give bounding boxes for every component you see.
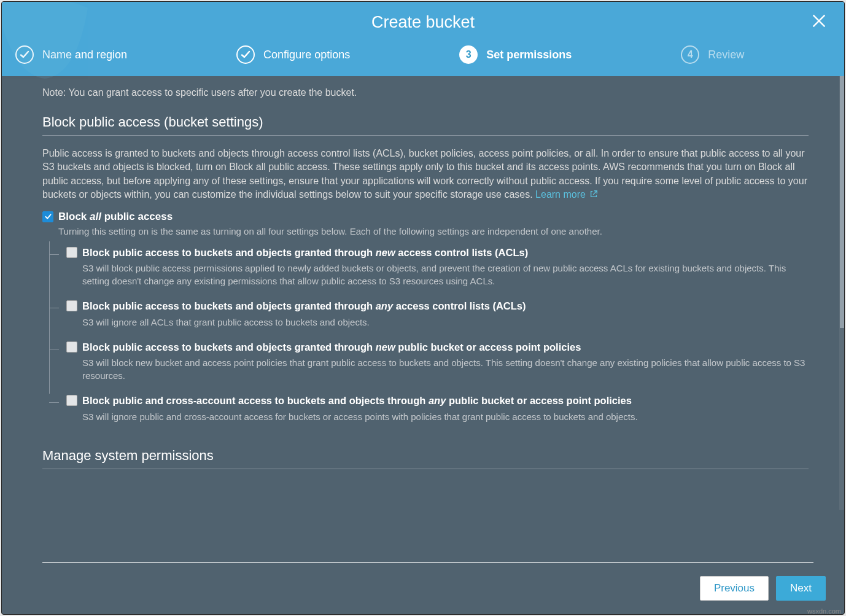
step-number-icon: 4 bbox=[681, 45, 699, 64]
setting-new-policies: Block public access to buckets and objec… bbox=[49, 341, 809, 382]
step-set-permissions[interactable]: 3 Set permissions bbox=[459, 45, 572, 64]
setting-label: Block public access to buckets and objec… bbox=[82, 341, 581, 354]
setting-label: Block public and cross-account access to… bbox=[82, 394, 632, 407]
step-review[interactable]: 4 Review bbox=[681, 45, 744, 64]
block-all-public-access-row: Block all public access bbox=[42, 211, 809, 223]
block-public-access-heading: Block public access (bucket settings) bbox=[42, 114, 809, 130]
grant-access-note: Note: You can grant access to specific u… bbox=[42, 87, 809, 98]
block-all-label: Block all public access bbox=[58, 211, 173, 223]
scroll-content: Note: You can grant access to specific u… bbox=[2, 76, 839, 562]
content-area: Note: You can grant access to specific u… bbox=[2, 76, 844, 562]
check-circle-icon bbox=[236, 45, 255, 64]
close-icon bbox=[811, 13, 827, 29]
divider bbox=[42, 469, 809, 469]
external-link-icon bbox=[589, 190, 598, 198]
close-button[interactable] bbox=[811, 13, 827, 31]
watermark-text: wsxdn.com bbox=[807, 607, 841, 615]
setting-desc: S3 will block new bucket and access poin… bbox=[82, 356, 809, 382]
modal-header: Create bucket Name and region Configure … bbox=[2, 2, 844, 76]
setting-any-acls: Block public access to buckets and objec… bbox=[49, 300, 809, 328]
vertical-scrollbar[interactable] bbox=[839, 76, 844, 510]
create-bucket-modal: Create bucket Name and region Configure … bbox=[1, 1, 845, 615]
manage-permissions-heading: Manage system permissions bbox=[42, 448, 809, 464]
setting-desc: S3 will ignore all ACLs that grant publi… bbox=[82, 316, 809, 329]
step-label: Review bbox=[708, 49, 744, 61]
step-label: Set permissions bbox=[486, 49, 572, 61]
scrollbar-thumb[interactable] bbox=[840, 76, 844, 328]
setting-desc: S3 will block public access permissions … bbox=[82, 262, 809, 287]
next-button[interactable]: Next bbox=[776, 576, 826, 601]
setting-label: Block public access to buckets and objec… bbox=[82, 246, 528, 259]
learn-more-link[interactable]: Learn more bbox=[535, 189, 598, 200]
block-all-sub-desc: Turning this setting on is the same as t… bbox=[58, 225, 809, 238]
modal-footer: Previous Next bbox=[2, 563, 844, 614]
divider bbox=[42, 135, 809, 136]
setting-new-acls-checkbox[interactable] bbox=[66, 247, 77, 258]
manage-permissions-section: Manage system permissions bbox=[42, 448, 809, 469]
setting-desc: S3 will ignore public and cross-account … bbox=[82, 410, 809, 423]
step-configure-options[interactable]: Configure options bbox=[236, 45, 350, 64]
setting-any-acls-checkbox[interactable] bbox=[66, 300, 77, 311]
wizard-steps: Name and region Configure options 3 Set … bbox=[2, 41, 844, 76]
setting-new-acls: Block public access to buckets and objec… bbox=[49, 246, 809, 287]
step-number-icon: 3 bbox=[459, 45, 478, 64]
previous-button[interactable]: Previous bbox=[700, 576, 769, 601]
block-public-access-description: Public access is granted to buckets and … bbox=[42, 147, 809, 202]
bucket-bg-icon bbox=[1, 1, 94, 82]
setting-label: Block public access to buckets and objec… bbox=[82, 300, 526, 313]
block-all-checkbox[interactable] bbox=[42, 211, 53, 222]
checkmark-icon bbox=[44, 212, 52, 220]
setting-new-policies-checkbox[interactable] bbox=[66, 341, 77, 353]
setting-any-policies-checkbox[interactable] bbox=[66, 395, 77, 406]
modal-title: Create bucket bbox=[2, 13, 844, 32]
sub-settings-tree: Block public access to buckets and objec… bbox=[49, 246, 809, 423]
step-label: Configure options bbox=[263, 49, 350, 61]
setting-any-policies: Block public and cross-account access to… bbox=[49, 394, 809, 423]
